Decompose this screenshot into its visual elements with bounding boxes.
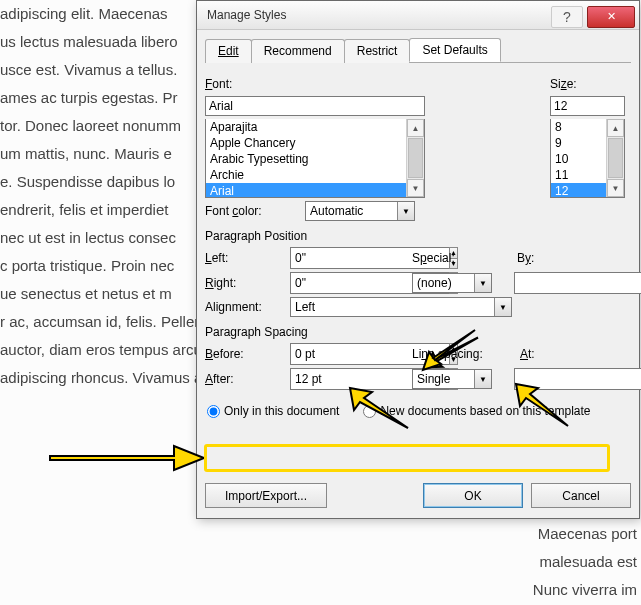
arrow-down-icon[interactable]: ▼ [607, 179, 624, 197]
tab-restrict[interactable]: Restrict [344, 39, 411, 63]
paragraph-spacing-title: Paragraph Spacing [205, 325, 631, 339]
tab-edit[interactable]: Edit [205, 39, 252, 63]
size-listbox[interactable]: 8 9 10 11 12 ▲ ▼ [550, 119, 625, 198]
cancel-button[interactable]: Cancel [531, 483, 631, 508]
line-spacing-combo[interactable]: Single ▼ [412, 369, 492, 389]
font-input[interactable] [205, 96, 425, 116]
tab-strip: Edit Recommend Restrict Set Defaults [205, 38, 631, 63]
size-label: Size: [550, 77, 625, 91]
combo-value: Automatic [310, 204, 363, 218]
size-list-scrollbar[interactable]: ▲ ▼ [606, 119, 624, 197]
font-color-label: Font color: [205, 204, 305, 218]
doc-line: Nunc viverra im [533, 576, 637, 604]
chevron-down-icon[interactable]: ▼ [474, 274, 491, 292]
special-combo[interactable]: (none) ▼ [412, 273, 492, 293]
dialog-title: Manage Styles [207, 8, 551, 22]
new-documents-template-radio[interactable]: New documents based on this template [363, 404, 590, 418]
special-label: Special: [412, 251, 467, 265]
before-label: Before: [205, 347, 290, 361]
dialog-titlebar[interactable]: Manage Styles ? ✕ [197, 1, 639, 30]
scrollbar-thumb[interactable] [608, 138, 623, 178]
combo-value: (none) [417, 276, 452, 290]
right-label: Right: [205, 276, 290, 290]
list-item[interactable]: Archie [206, 167, 424, 183]
alignment-combo[interactable]: Left ▼ [290, 297, 512, 317]
font-listbox[interactable]: Aparajita Apple Chancery Arabic Typesett… [205, 119, 425, 198]
only-this-document-radio[interactable]: Only in this document [207, 404, 339, 418]
arrow-up-icon[interactable]: ▲ [407, 119, 424, 137]
paragraph-position-title: Paragraph Position [205, 229, 631, 243]
font-color-combo[interactable]: Automatic ▼ [305, 201, 415, 221]
close-button[interactable]: ✕ [587, 6, 635, 28]
tab-set-defaults[interactable]: Set Defaults [409, 38, 500, 62]
arrow-down-icon[interactable]: ▼ [407, 179, 424, 197]
left-label: Left: [205, 251, 290, 265]
tab-recommend[interactable]: Recommend [251, 39, 345, 63]
after-spinner[interactable]: ▲▼ [290, 368, 390, 390]
radio-input[interactable] [207, 405, 220, 418]
at-input[interactable] [514, 368, 641, 390]
by-input[interactable] [514, 272, 641, 294]
scrollbar-thumb[interactable] [408, 138, 423, 178]
list-item[interactable]: Apple Chancery [206, 135, 424, 151]
chevron-down-icon[interactable]: ▼ [494, 298, 511, 316]
by-label: By: [517, 251, 547, 265]
doc-line: malesuada est [539, 548, 637, 576]
size-input[interactable] [550, 96, 625, 116]
import-export-button[interactable]: Import/Export... [205, 483, 327, 508]
font-list-scrollbar[interactable]: ▲ ▼ [406, 119, 424, 197]
combo-value: Left [295, 300, 315, 314]
radio-label-text: Only in this document [224, 404, 339, 418]
doc-line: Maecenas port [538, 520, 637, 548]
font-label: Font: [205, 77, 425, 91]
list-item[interactable]: Arial [206, 183, 424, 198]
ok-button[interactable]: OK [423, 483, 523, 508]
by-spinner[interactable]: ▲▼ [514, 272, 579, 294]
before-spinner[interactable]: ▲▼ [290, 343, 390, 365]
right-spinner[interactable]: ▲▼ [290, 272, 390, 294]
list-item[interactable]: Arabic Typesetting [206, 151, 424, 167]
list-item[interactable]: Aparajita [206, 119, 424, 135]
chevron-down-icon[interactable]: ▼ [397, 202, 414, 220]
arrow-up-icon[interactable]: ▲ [607, 119, 624, 137]
line-spacing-label: Line spacing: [412, 347, 492, 361]
chevron-down-icon[interactable]: ▼ [474, 370, 491, 388]
help-button[interactable]: ? [551, 6, 583, 28]
at-spinner[interactable]: ▲▼ [514, 368, 579, 390]
manage-styles-dialog: Manage Styles ? ✕ Edit Recommend Restric… [196, 0, 640, 519]
at-label: At: [520, 347, 550, 361]
radio-input[interactable] [363, 405, 376, 418]
combo-value: Single [417, 372, 450, 386]
after-label: After: [205, 372, 290, 386]
radio-label-text: New documents based on this template [380, 404, 590, 418]
alignment-label: Alignment: [205, 300, 290, 314]
left-spinner[interactable]: ▲▼ [290, 247, 390, 269]
